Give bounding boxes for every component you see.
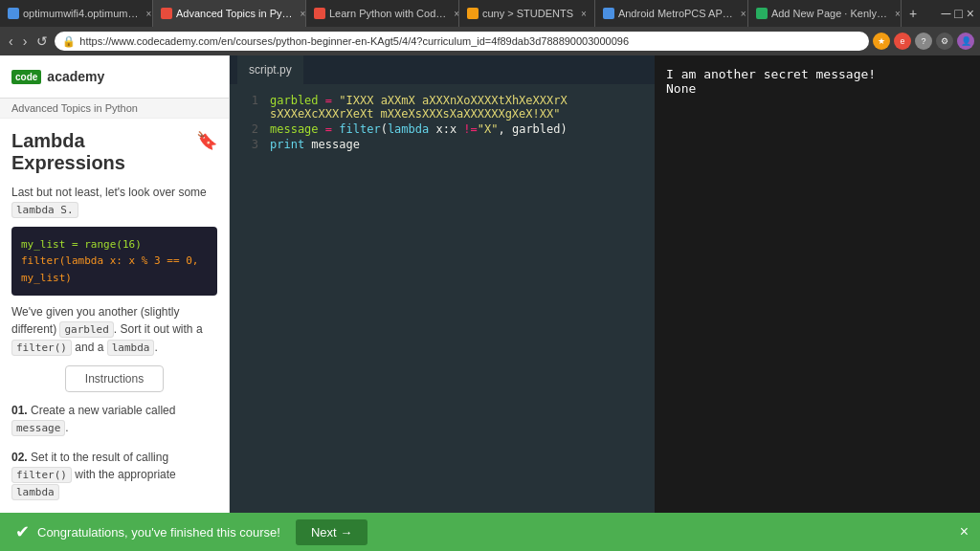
line-content-2: message = filter(lambda x:x !="X", garbl…	[270, 122, 568, 136]
intro-text: Last but not least, let's look over some…	[11, 184, 217, 219]
forward-button[interactable]: ›	[20, 33, 31, 49]
code-line-1: 1 garbled = "IXXX aXXmX aXXXnXoXXXXtXhXe…	[239, 94, 645, 121]
tab-favicon-3	[314, 8, 325, 19]
step-1: 01. Create a new variable called message…	[11, 402, 217, 437]
sidebar-content: 🔖 Lambda Expressions Last but not least,…	[0, 119, 229, 513]
extension-icon-2[interactable]: ?	[915, 33, 932, 50]
line-num-1: 1	[239, 94, 258, 121]
tab-label-1: optimumwifi4.optimum…	[23, 8, 138, 19]
code-line-3: 3 print message	[239, 138, 645, 151]
line-num-3: 3	[239, 138, 258, 151]
tab-favicon-2	[161, 8, 172, 19]
nav-icons: ★ e ? ⚙ 👤	[873, 33, 974, 50]
sidebar-header: code academy	[0, 55, 229, 99]
tab-close-5[interactable]: ×	[741, 9, 746, 19]
tab-label-3: Learn Python with Cod…	[329, 8, 446, 19]
line-num-2: 2	[239, 122, 258, 136]
check-icon: ✔	[15, 521, 30, 542]
extension-icon-3[interactable]: ⚙	[936, 33, 953, 50]
script-tab[interactable]: script.py	[237, 55, 303, 84]
tab-5[interactable]: Android MetroPCS AP… ×	[595, 0, 748, 27]
dismiss-button[interactable]: ×	[960, 523, 969, 540]
instructions-button[interactable]: Instructions	[65, 365, 164, 392]
brand-box: code	[11, 70, 41, 84]
line-content-1: garbled = "IXXX aXXmX aXXXnXoXXXXtXhXeXX…	[270, 94, 645, 121]
extension-icon-1[interactable]: e	[894, 33, 911, 50]
lambda-code: lambda	[107, 340, 155, 356]
close-button[interactable]: ×	[967, 6, 974, 21]
tab-label-5: Android MetroPCS AP…	[618, 8, 733, 19]
step2-code1: filter()	[11, 467, 72, 483]
garbled-code: garbled	[59, 321, 113, 338]
output-content: I am another secret message! None	[655, 55, 980, 513]
tab-favicon-6	[756, 8, 768, 19]
lesson-title: Lambda Expressions	[11, 130, 217, 174]
tab-6[interactable]: Add New Page · Kenly… ×	[748, 0, 902, 27]
step2-mid: with the appropriate	[75, 468, 175, 481]
tab-4[interactable]: cuny > STUDENTS ×	[459, 0, 595, 27]
filter-code: filter()	[11, 340, 72, 356]
sidebar: code academy Advanced Topics in Python 🔖…	[0, 55, 230, 513]
tab-2[interactable]: Advanced Topics in Py… ×	[153, 0, 306, 27]
intro-inline-code: lambda S.	[11, 202, 78, 218]
url-text: https://www.codecademy.com/en/courses/py…	[79, 35, 629, 47]
step2-text: Set it to the result of calling	[31, 451, 168, 464]
tab-label-4: cuny > STUDENTS	[482, 8, 573, 19]
nav-bar: ‹ › ↺ 🔒 https://www.codecademy.com/en/co…	[0, 27, 980, 55]
lock-icon: 🔒	[62, 35, 76, 48]
reload-button[interactable]: ↺	[33, 33, 51, 49]
editor-area: script.py 1 garbled = "IXXX aXXmX aXXXnX…	[230, 55, 655, 513]
tab-favicon-1	[8, 8, 19, 19]
next-button[interactable]: Next →	[296, 519, 368, 545]
bookmark-icon[interactable]: 🔖	[196, 130, 217, 151]
browser-chrome: optimumwifi4.optimum… × Advanced Topics …	[0, 0, 980, 55]
output-area: I am another secret message! None	[655, 55, 980, 513]
address-bar[interactable]: 🔒 https://www.codecademy.com/en/courses/…	[55, 32, 869, 51]
bookmark-icon[interactable]: ★	[873, 33, 890, 50]
tab-3[interactable]: Learn Python with Cod… ×	[306, 0, 459, 27]
tab-favicon-4	[467, 8, 479, 19]
new-tab-button[interactable]: +	[902, 0, 924, 27]
step1-code: message	[11, 420, 65, 436]
code-editor[interactable]: 1 garbled = "IXXX aXXmX aXXXnXoXXXXtXhXe…	[230, 84, 655, 513]
back-button[interactable]: ‹	[6, 33, 16, 49]
course-title: Advanced Topics in Python	[0, 99, 229, 119]
minimize-button[interactable]: ─	[941, 6, 950, 21]
tab-label-2: Advanced Topics in Py…	[176, 8, 292, 19]
tab-1[interactable]: optimumwifi4.optimum… ×	[0, 0, 153, 27]
code-var2: filter(lambda x: x % 3 == 0, my_list)	[21, 254, 198, 284]
code-var1: my_list = range(16)	[21, 238, 142, 251]
instructions-tab: Instructions	[11, 365, 217, 392]
step2-num: 02.	[11, 451, 28, 464]
bottom-bar: ✔ Congratulations, you've finished this …	[0, 513, 980, 551]
step2-code2: lambda	[11, 484, 59, 500]
tab-close-6[interactable]: ×	[895, 9, 901, 19]
line-content-3: print message	[270, 138, 360, 151]
congrats-text: Congratulations, you've finished this co…	[37, 525, 280, 540]
para-text: We've given you another (slightly differ…	[11, 303, 217, 356]
output-line-2: None	[666, 81, 969, 96]
step1-num: 01.	[11, 404, 28, 417]
brand: code academy	[11, 63, 217, 90]
output-line-1: I am another secret message!	[666, 67, 969, 81]
tab-close-4[interactable]: ×	[581, 9, 587, 19]
profile-icon[interactable]: 👤	[957, 33, 974, 50]
steps: 01. Create a new variable called message…	[11, 402, 217, 501]
brand-text: academy	[47, 69, 104, 84]
step-2: 02. Set it to the result of calling filt…	[11, 449, 217, 501]
tab-label-6: Add New Page · Kenly…	[771, 8, 887, 19]
tab-bar: optimumwifi4.optimum… × Advanced Topics …	[0, 0, 980, 27]
maximize-button[interactable]: □	[954, 6, 962, 21]
tab-favicon-5	[603, 8, 614, 19]
main-layout: code academy Advanced Topics in Python 🔖…	[0, 55, 980, 513]
tab-close-1[interactable]: ×	[145, 9, 151, 19]
code-block: my_list = range(16) filter(lambda x: x %…	[11, 227, 217, 297]
step1-text: Create a new variable called	[31, 404, 175, 417]
code-line-2: 2 message = filter(lambda x:x !="X", gar…	[239, 122, 645, 136]
editor-tabs: script.py	[230, 55, 655, 84]
tab-close-2[interactable]: ×	[300, 9, 305, 19]
